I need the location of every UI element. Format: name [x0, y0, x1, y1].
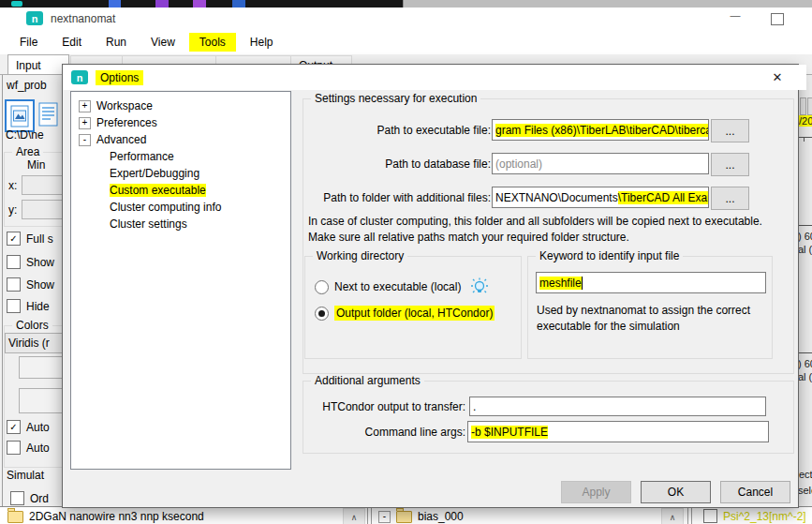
radio-output-folder[interactable]: Output folder (local, HTCondor) — [315, 306, 495, 321]
cmdline-input[interactable]: -b $INPUTFILE — [467, 421, 769, 442]
minimize-button[interactable]: — — [719, 9, 751, 28]
cancel-button[interactable]: Cancel — [720, 481, 790, 503]
tree-item-workspace[interactable]: + Workspace — [71, 97, 290, 114]
y-label: y: — [8, 203, 17, 217]
taskbar-blob-blue — [109, 0, 121, 7]
tree-item-cluster-computing-info[interactable]: Cluster computing info — [71, 199, 290, 216]
apply-button[interactable]: Apply — [561, 481, 631, 503]
radio-next-to-executable[interactable]: Next to executable (local) — [315, 277, 489, 296]
hide-checkbox-row[interactable]: Hide — [7, 299, 50, 313]
taskbar-blob-blue2 — [232, 0, 245, 7]
exec-path-value: gram Files (x86)\TiberLAB\tiberCAD\tiber… — [495, 124, 709, 137]
menu-file[interactable]: File — [9, 33, 48, 52]
sliver-button-2 — [807, 97, 812, 115]
axis-tick-1 — [804, 137, 805, 142]
menu-run[interactable]: Run — [96, 33, 137, 52]
additional-arguments-groupbox: Additional arguments HTCondor output to … — [303, 381, 794, 454]
dialog-logo-icon: n — [71, 70, 88, 84]
dialog-close-button[interactable]: ✕ — [763, 68, 791, 86]
file-item-label: 2DGaN nanowire nn3 nnp ksecond — [29, 510, 204, 523]
full-scale-checkbox-row[interactable]: ✓ Full s — [7, 232, 53, 246]
tree-label-expert-debugging: Expert/Debugging — [110, 167, 199, 180]
order-checkbox-row[interactable]: Ord — [10, 491, 49, 505]
left-panel-border — [2, 75, 3, 506]
simulation-section-label: Simulat — [7, 469, 44, 482]
db-path-label: Path to database file: — [316, 157, 491, 171]
axis-line-1 — [798, 137, 812, 138]
full-scale-label: Full s — [26, 232, 53, 246]
exec-browse-button[interactable]: ... — [711, 119, 749, 142]
full-scale-checkbox[interactable]: ✓ — [7, 232, 21, 246]
bias-folder-icon — [396, 511, 412, 523]
app-logo-icon: n — [26, 11, 43, 25]
preferences-expander-icon[interactable]: + — [79, 117, 91, 129]
show2-checkbox[interactable] — [7, 277, 21, 292]
htcondor-input[interactable]: . — [469, 397, 766, 416]
keyword-group-title: Keyword to identify input file — [536, 249, 683, 262]
db-browse-button[interactable]: ... — [711, 153, 749, 176]
bottom-bar: 2DGaN nanowire nn3 nnp ksecond ∧ - bias_… — [0, 506, 812, 524]
show2-checkbox-row[interactable]: Show — [7, 277, 54, 292]
next-to-executable-radio[interactable] — [315, 280, 329, 294]
tree-item-custom-executable[interactable]: Custom executable — [71, 182, 290, 199]
show1-label: Show — [26, 256, 54, 269]
dialog-titlebar: n Options — [63, 65, 806, 90]
advanced-expander-icon[interactable]: - — [79, 134, 91, 146]
menu-edit[interactable]: Edit — [52, 33, 92, 52]
workspace-expander-icon[interactable]: + — [79, 100, 91, 112]
menu-tools[interactable]: Tools — [189, 33, 236, 52]
working-directory-groupbox: Working directory Next to executable (lo… — [304, 256, 522, 359]
bias-item-label: bias_000 — [418, 510, 464, 523]
bias-expander-icon[interactable]: - — [378, 511, 391, 523]
axis-line-3 — [798, 352, 812, 353]
folder-path-input[interactable]: NEXTNANO\Documents\TiberCAD All Examples — [492, 187, 709, 208]
legend-item[interactable]: Psi^2_13[nm^-2] — [703, 509, 806, 523]
output-folder-radio[interactable] — [315, 307, 329, 321]
quantity-selector-label[interactable]: wf_prob — [7, 79, 47, 92]
file-list-item[interactable]: 2DGaN nanowire nn3 nnp ksecond — [7, 509, 204, 523]
main-titlebar: n nextnanomat — — [0, 7, 812, 30]
keyword-input[interactable]: meshfile — [536, 272, 766, 293]
db-path-input[interactable]: (optional) — [492, 153, 709, 174]
text-view-icon[interactable] — [36, 100, 61, 128]
folder-icon — [7, 511, 23, 523]
taskbar-light-segment — [403, 0, 812, 7]
window-title: nextnanomat — [51, 12, 115, 25]
show1-checkbox[interactable] — [7, 255, 21, 269]
exec-path-input[interactable]: gram Files (x86)\TiberLAB\tiberCAD\tiber… — [492, 119, 709, 141]
cluster-note-line2: Make sure all relative paths match your … — [308, 231, 629, 244]
fragment-al-a: al ( — [798, 244, 812, 255]
auto1-checkbox-row[interactable]: ✓ Auto — [7, 420, 50, 434]
output-tree-item[interactable]: - bias_000 — [378, 509, 464, 523]
tree-item-performance[interactable]: Performance — [71, 148, 290, 165]
legend-label: Psi^2_13[nm^-2] — [723, 510, 806, 523]
tree-label-advanced: Advanced — [96, 133, 146, 146]
auto2-checkbox[interactable] — [7, 441, 21, 455]
maximize-button[interactable] — [771, 13, 784, 25]
ok-button[interactable]: OK — [641, 481, 711, 503]
output-tree-scroll-up[interactable]: ∧ — [661, 508, 684, 524]
order-checkbox[interactable] — [10, 491, 24, 505]
show1-checkbox-row[interactable]: Show — [7, 255, 54, 269]
menu-bar: File Edit Run View Tools Help — [0, 30, 812, 54]
image-view-icon[interactable] — [5, 99, 35, 132]
tree-label-workspace: Workspace — [96, 99, 153, 112]
folder-browse-button[interactable]: ... — [711, 187, 749, 210]
tree-item-advanced[interactable]: - Advanced — [71, 131, 290, 148]
menu-view[interactable]: View — [140, 33, 185, 52]
tab-input[interactable]: Input — [7, 54, 69, 75]
tree-item-expert-debugging[interactable]: Expert/Debugging — [71, 165, 290, 182]
menu-help[interactable]: Help — [240, 33, 284, 52]
file-path-label: C:\D\ne — [6, 128, 44, 142]
legend-checkbox[interactable] — [703, 509, 717, 523]
colormap-dropdown[interactable]: Viridis (r — [5, 333, 69, 353]
fragment-60a: ) 60 — [798, 231, 812, 242]
file-list-scroll-up[interactable]: ∧ — [343, 508, 365, 524]
bottom-divider-1b — [371, 507, 372, 524]
hide-checkbox[interactable] — [7, 299, 21, 313]
tree-item-preferences[interactable]: + Preferences — [71, 114, 290, 131]
auto2-checkbox-row[interactable]: Auto — [7, 441, 50, 455]
htcondor-value: . — [473, 400, 476, 413]
auto1-checkbox[interactable]: ✓ — [7, 420, 21, 434]
tree-item-cluster-settings[interactable]: Cluster settings — [71, 216, 290, 232]
